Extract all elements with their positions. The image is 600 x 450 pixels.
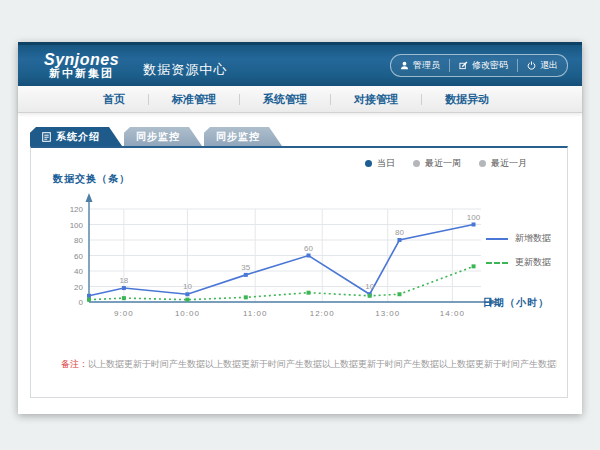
power-icon (527, 61, 536, 70)
svg-text:14:00: 14:00 (440, 309, 465, 318)
range-option-3[interactable]: 最近一月 (479, 157, 527, 170)
company-logo[interactable]: Synjones 新中新集团 (44, 51, 119, 80)
tab-label: 系统介绍 (56, 130, 100, 144)
page-card: Synjones 新中新集团 数据资源中心 管理员 修改密码 退出 (18, 42, 582, 414)
range-option-1[interactable]: 当日 (365, 157, 395, 170)
svg-text:9:00: 9:00 (114, 309, 134, 318)
footnote-text: 以上数据更新于时间产生数据以上数据更新于时间产生数据以上数据更新于时间产生数据以… (88, 359, 557, 369)
content-panel: 当日最近一周最近一月 数据交换（条） 0204060801001209:0010… (30, 146, 568, 398)
radio-label: 最近一周 (425, 157, 461, 170)
radio-label: 最近一月 (491, 157, 527, 170)
document-icon (42, 132, 51, 142)
line-chart: 0204060801001209:0010:0011:0012:0013:001… (45, 190, 505, 330)
svg-text:60: 60 (304, 244, 313, 253)
account-toolbar: 管理员 修改密码 退出 (390, 54, 568, 77)
chart-legend: 新增数据更新数据 (486, 232, 551, 269)
main-nav: 首页标准管理系统管理对接管理数据异动 (18, 86, 582, 113)
edit-icon (459, 61, 468, 70)
legend-swatch-icon (486, 262, 508, 264)
footnote: 备注：以上数据更新于时间产生数据以上数据更新于时间产生数据以上数据更新于时间产生… (61, 358, 557, 371)
legend-label: 更新数据 (515, 256, 551, 269)
svg-text:10: 10 (365, 282, 374, 291)
radio-dot-icon (413, 160, 420, 167)
svg-text:0: 0 (79, 298, 84, 307)
radio-label: 当日 (377, 157, 395, 170)
logout-label: 退出 (540, 59, 558, 72)
svg-text:60: 60 (74, 252, 83, 261)
svg-text:10: 10 (183, 282, 192, 291)
tab-3[interactable]: 同步监控 (204, 127, 282, 146)
tab-1[interactable]: 系统介绍 (30, 127, 122, 146)
nav-item-4[interactable]: 对接管理 (331, 94, 422, 105)
svg-text:20: 20 (74, 283, 83, 292)
tab-label: 同步监控 (216, 130, 260, 144)
app-header: Synjones 新中新集团 数据资源中心 管理员 修改密码 退出 (18, 42, 582, 86)
y-axis-title: 数据交换（条） (53, 172, 130, 186)
logo-brand-text: Synjones (44, 51, 119, 68)
user-icon (400, 61, 409, 70)
svg-text:10:00: 10:00 (175, 309, 200, 318)
change-password-label: 修改密码 (472, 59, 508, 72)
current-user-button[interactable]: 管理员 (391, 59, 450, 72)
svg-text:40: 40 (74, 267, 83, 276)
svg-text:80: 80 (74, 236, 83, 245)
app-title: 数据资源中心 (143, 61, 227, 79)
radio-dot-icon (365, 160, 372, 167)
svg-text:100: 100 (467, 213, 481, 222)
svg-text:11:00: 11:00 (243, 309, 267, 318)
nav-item-2[interactable]: 标准管理 (149, 94, 240, 105)
nav-item-3[interactable]: 系统管理 (240, 94, 331, 105)
tab-strip: 系统介绍同步监控同步监控 (30, 127, 284, 146)
logo-company-text: 新中新集团 (44, 68, 119, 80)
svg-text:120: 120 (70, 205, 84, 214)
svg-text:13:00: 13:00 (375, 309, 400, 318)
x-axis-title: 日期（小时） (483, 296, 549, 310)
change-password-button[interactable]: 修改密码 (450, 59, 518, 72)
range-option-2[interactable]: 最近一周 (413, 157, 461, 170)
radio-dot-icon (479, 160, 486, 167)
date-range-filter: 当日最近一周最近一月 (365, 157, 527, 170)
logout-button[interactable]: 退出 (518, 59, 567, 72)
legend-swatch-icon (486, 238, 508, 240)
current-user-label: 管理员 (413, 59, 440, 72)
tab-2[interactable]: 同步监控 (124, 127, 202, 146)
svg-text:100: 100 (70, 221, 84, 230)
svg-text:35: 35 (241, 263, 250, 272)
legend-item-2: 更新数据 (486, 256, 551, 269)
svg-text:80: 80 (395, 228, 404, 237)
nav-item-5[interactable]: 数据异动 (422, 94, 512, 105)
footnote-label: 备注： (61, 359, 88, 369)
legend-item-1: 新增数据 (486, 232, 551, 245)
svg-text:18: 18 (119, 276, 128, 285)
svg-text:12:00: 12:00 (310, 309, 335, 318)
nav-item-1[interactable]: 首页 (80, 94, 149, 105)
tab-label: 同步监控 (136, 130, 180, 144)
legend-label: 新增数据 (515, 232, 551, 245)
